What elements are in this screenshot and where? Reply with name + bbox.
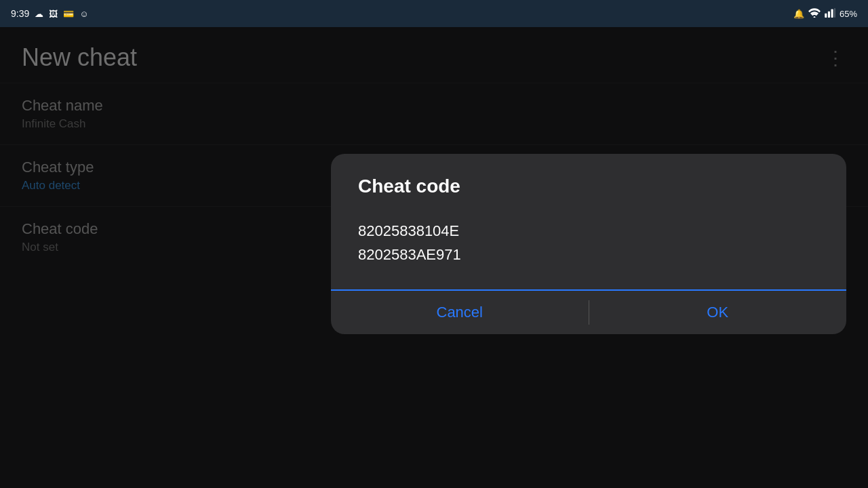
svg-rect-1 <box>828 11 830 17</box>
image-icon: 🖼 <box>49 9 58 19</box>
svg-rect-0 <box>825 13 827 17</box>
dialog-actions: Cancel OK <box>331 291 846 334</box>
time-display: 9:39 <box>11 8 29 19</box>
ok-button[interactable]: OK <box>589 291 847 334</box>
status-left: 9:39 ☁ 🖼 💳 ☺ <box>11 8 89 19</box>
dialog-title: Cheat code <box>358 176 819 197</box>
status-right: 🔔 65% <box>793 8 857 20</box>
svg-rect-3 <box>834 8 835 18</box>
signal-icon <box>825 8 835 20</box>
battery-display: 65% <box>840 9 857 19</box>
cloud-icon: ☁ <box>35 9 43 19</box>
dialog-input[interactable]: 82025838104E8202583AE971 <box>358 219 819 273</box>
card-icon: 💳 <box>63 9 74 19</box>
alarm-icon: 🔔 <box>793 9 804 19</box>
cancel-button[interactable]: Cancel <box>331 291 589 334</box>
face-icon: ☺ <box>79 9 88 19</box>
svg-rect-2 <box>831 9 833 17</box>
cheat-code-dialog: Cheat code 82025838104E8202583AE971 Canc… <box>331 154 846 334</box>
status-bar: 9:39 ☁ 🖼 💳 ☺ 🔔 65% <box>0 0 868 27</box>
wifi-icon <box>808 8 821 20</box>
dialog-content: Cheat code 82025838104E8202583AE971 <box>331 154 846 273</box>
